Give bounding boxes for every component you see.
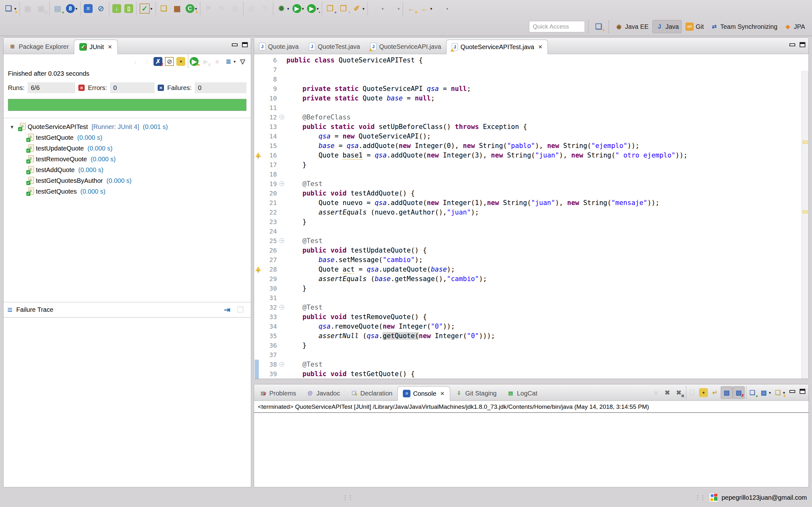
- code-line[interactable]: 24: [254, 227, 809, 236]
- display-console-icon[interactable]: ▤▾: [758, 386, 772, 399]
- code-line[interactable]: 6public class QuoteServiceAPITest {: [254, 55, 809, 65]
- new-package-icon[interactable]: ▦: [171, 2, 184, 15]
- close-tab-icon[interactable]: ✕: [538, 44, 542, 50]
- warning-marker[interactable]: [803, 210, 808, 213]
- test-history-icon[interactable]: ≣▾: [223, 55, 237, 68]
- code-line[interactable]: 25− @Test: [254, 236, 809, 245]
- filter-stack-trace-icon[interactable]: ⇥: [220, 303, 234, 317]
- new-wizard-icon[interactable]: ❏✦▾: [2, 2, 18, 15]
- tab-declaration[interactable]: ❏↳Declaration: [345, 386, 397, 400]
- view-menu-icon[interactable]: ▽: [237, 55, 248, 68]
- declaration-icon[interactable]: ❏↳: [350, 389, 358, 397]
- code-line[interactable]: 31: [254, 293, 809, 302]
- new-file-icon[interactable]: ❏: [155, 2, 171, 15]
- export-icon[interactable]: ❐▫: [337, 2, 350, 15]
- tab-logcat[interactable]: ▤LogCat: [502, 386, 543, 400]
- fold-collapse-icon[interactable]: −: [280, 115, 284, 119]
- show-stderr-icon[interactable]: ▤✗: [733, 386, 745, 399]
- java8-icon[interactable]: 8▾: [64, 2, 79, 15]
- code-line[interactable]: 39 public void testGetQuote() {: [254, 369, 809, 379]
- warning-icon[interactable]: [255, 267, 261, 271]
- pin-console-icon[interactable]: ❏●: [746, 386, 758, 399]
- code-line[interactable]: 23 }: [254, 217, 809, 227]
- tab-problems[interactable]: ▦✗Problems: [254, 386, 301, 400]
- perspective-git[interactable]: GITGit: [683, 20, 706, 33]
- annotate-icon[interactable]: ✐▾: [350, 2, 366, 15]
- code-line[interactable]: 9 private static QuoteServiceAPI qsa = n…: [254, 84, 809, 94]
- warning-icon[interactable]: [255, 153, 261, 157]
- warning-marker[interactable]: [803, 141, 808, 144]
- code-line[interactable]: 35 assertNull (qsa.getQuote(new Integer(…: [254, 331, 809, 341]
- git-staging-icon[interactable]: ⇩: [455, 389, 463, 397]
- test-case-row[interactable]: ✓testAddQuote (0.000 s): [3, 164, 251, 175]
- remove-launch-icon[interactable]: ✖: [662, 386, 673, 399]
- word-wrap-icon[interactable]: ↵: [709, 386, 721, 399]
- code-line[interactable]: 38− @Test: [254, 360, 809, 369]
- console-icon[interactable]: ≡: [403, 390, 410, 397]
- test-case-row[interactable]: ✓testRemoveQuote (0.000 s): [3, 154, 251, 164]
- fold-collapse-icon[interactable]: −: [280, 181, 284, 186]
- show-skipped-icon[interactable]: ⊘: [164, 55, 175, 68]
- maximize-editor-icon[interactable]: [800, 42, 805, 47]
- perspective-team-sync[interactable]: ⇄Team Synchronizing: [708, 20, 780, 33]
- remove-all-terminated-icon[interactable]: ✖✖: [673, 386, 684, 399]
- screen-capture-icon[interactable]: ⊘: [94, 2, 107, 15]
- sdk-manager-icon[interactable]: ↓: [109, 2, 123, 15]
- code-line[interactable]: 13 public static void setUpBeforeClass()…: [254, 122, 809, 131]
- new-test-icon[interactable]: ✓▾: [136, 2, 154, 15]
- code-line[interactable]: 18: [254, 170, 809, 179]
- code-line[interactable]: 7: [254, 65, 809, 74]
- new-class-icon[interactable]: C✦▾: [184, 2, 199, 15]
- tab-junit[interactable]: ✓UJUnit✕: [74, 40, 118, 54]
- avd-manager-icon[interactable]: ▯: [123, 2, 135, 15]
- minimize-view-icon[interactable]: [232, 43, 238, 46]
- test-case-row[interactable]: ✓testGetQuotesByAuthor (0.000 s): [3, 175, 251, 186]
- junit-icon[interactable]: ✓U: [79, 43, 87, 51]
- new-java-ee-icon[interactable]: ▤●: [49, 2, 64, 15]
- code-line[interactable]: 14 qsa = new QuoteServiceAPI();: [254, 131, 809, 141]
- scroll-lock-console-icon[interactable]: •: [698, 386, 709, 399]
- maximize-view-icon[interactable]: [242, 42, 248, 47]
- test-case-row[interactable]: ✓testGetQuotes (0.000 s): [3, 186, 251, 197]
- back-icon[interactable]: ←▾: [418, 2, 434, 15]
- code-line[interactable]: 11: [254, 103, 809, 112]
- ddms-icon[interactable]: ≡: [80, 2, 94, 15]
- tab-quoteserviceapitest-java[interactable]: JQuoteServiceAPITest.java✕: [446, 40, 548, 54]
- tab-package-explorer[interactable]: ⊞Package Explorer: [3, 39, 74, 54]
- debug-icon[interactable]: ✹▾: [273, 2, 291, 15]
- code-line[interactable]: 27 base.setMessage("cambio");: [254, 255, 809, 265]
- close-tab-icon[interactable]: ✕: [440, 390, 445, 397]
- tab-quoteserviceapi-java[interactable]: JQuoteServiceAPI.java: [365, 39, 446, 54]
- scroll-lock-icon[interactable]: •: [175, 55, 187, 68]
- tab-console[interactable]: ≡Console✕: [397, 386, 450, 401]
- last-edit-icon[interactable]: ←✦: [403, 2, 418, 15]
- code-line[interactable]: 8: [254, 74, 809, 84]
- code-line[interactable]: 28 Quote act = qsa.updateQuote(base);: [254, 265, 809, 274]
- test-case-row[interactable]: ✓testUpdateQuote (0.000 s): [3, 143, 251, 154]
- open-perspective-button[interactable]: ❏✦: [592, 20, 605, 33]
- minimize-editor-icon[interactable]: [790, 43, 795, 46]
- code-line[interactable]: 16 Quote base1 = qsa.addQuote(new Intege…: [254, 151, 809, 160]
- code-line[interactable]: 32− @Test: [254, 302, 809, 312]
- code-line[interactable]: 17 }: [254, 160, 809, 170]
- import-icon[interactable]: ❐●: [322, 2, 337, 15]
- code-line[interactable]: 37: [254, 350, 809, 360]
- code-line[interactable]: 10 private static Quote base = null;: [254, 94, 809, 103]
- fold-collapse-icon[interactable]: −: [280, 362, 284, 367]
- test-case-row[interactable]: ✓testGetQuote (0.000 s): [3, 132, 251, 143]
- problems-icon[interactable]: ▦✗: [259, 389, 267, 397]
- tab-quote-java[interactable]: JQuote.java: [254, 39, 304, 54]
- quick-access-input[interactable]: [529, 21, 585, 32]
- code-line[interactable]: 19− @Test: [254, 179, 809, 188]
- google-account-status[interactable]: pepegrillo123juan@gmail.com: [709, 493, 807, 502]
- code-line[interactable]: 15 base = qsa.addQuote(new Integer(0), n…: [254, 141, 809, 151]
- perspective-java[interactable]: JJava: [653, 20, 681, 33]
- rerun-test-icon[interactable]: ▶➥: [188, 55, 200, 68]
- code-line[interactable]: 21 Quote nuevo = qsa.addQuote(new Intege…: [254, 198, 809, 208]
- javadoc-icon[interactable]: @: [306, 389, 314, 397]
- code-line[interactable]: 20 public void testAddQuote() {: [254, 188, 809, 198]
- run-icon[interactable]: ▶▾: [291, 2, 306, 15]
- failures-only-icon[interactable]: ✗✗: [152, 55, 164, 68]
- logcat-icon[interactable]: ▤: [507, 389, 514, 397]
- maximize-console-icon[interactable]: [800, 389, 805, 394]
